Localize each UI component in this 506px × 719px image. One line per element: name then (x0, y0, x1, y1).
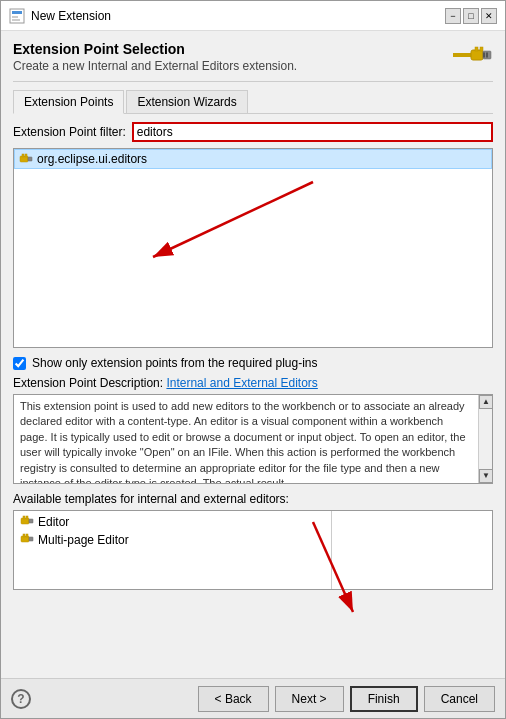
svg-rect-17 (26, 516, 28, 519)
window-content: Extension Point Selection Create a new I… (1, 31, 505, 678)
tab-extension-points[interactable]: Extension Points (13, 90, 124, 114)
tab-container: Extension Points Extension Wizards (13, 90, 493, 114)
checkbox-label: Show only extension points from the requ… (32, 356, 318, 370)
svg-rect-12 (22, 154, 24, 157)
svg-rect-13 (25, 154, 27, 157)
templates-list[interactable]: Editor Multi-page Editor (14, 511, 332, 589)
extension-point-icon (19, 152, 33, 166)
svg-rect-21 (26, 534, 28, 537)
header-divider (13, 81, 493, 82)
titlebar-controls: − □ ✕ (445, 8, 497, 24)
maximize-button[interactable]: □ (463, 8, 479, 24)
svg-rect-3 (12, 19, 20, 21)
svg-rect-2 (12, 16, 18, 18)
description-link[interactable]: Internal and External Editors (166, 376, 317, 390)
next-button[interactable]: Next > (275, 686, 344, 712)
plugin-icon-area (445, 41, 493, 69)
section-title: Extension Point Selection (13, 41, 297, 57)
filter-row: Extension Point filter: (13, 122, 493, 142)
templates-box: Editor Multi-page Editor (13, 510, 493, 590)
templates-label: Available templates for internal and ext… (13, 492, 493, 506)
checkbox-row: Show only extension points from the requ… (13, 356, 493, 370)
extension-points-list[interactable]: org.eclipse.ui.editors (13, 148, 493, 348)
template-item-multipage[interactable]: Multi-page Editor (16, 531, 329, 549)
svg-rect-6 (475, 47, 478, 51)
template-multipage-label: Multi-page Editor (38, 533, 129, 547)
section-subtitle: Create a new Internal and External Edito… (13, 59, 297, 73)
cancel-button[interactable]: Cancel (424, 686, 495, 712)
svg-rect-20 (23, 534, 25, 537)
description-label: Extension Point Description: Internal an… (13, 376, 493, 390)
svg-rect-7 (480, 47, 483, 51)
titlebar: New Extension − □ ✕ (1, 1, 505, 31)
description-scrollbar: ▲ ▼ (478, 395, 492, 483)
scroll-down-button[interactable]: ▼ (479, 469, 493, 483)
bottom-right: < Back Next > Finish Cancel (198, 686, 495, 712)
template-editor-label: Editor (38, 515, 69, 529)
svg-rect-14 (28, 157, 32, 161)
filter-label: Extension Point filter: (13, 125, 126, 139)
bottom-left: ? (11, 689, 31, 709)
header-text: Extension Point Selection Create a new I… (13, 41, 297, 73)
titlebar-left: New Extension (9, 8, 111, 24)
minimize-button[interactable]: − (445, 8, 461, 24)
close-button[interactable]: ✕ (481, 8, 497, 24)
window-title: New Extension (31, 9, 111, 23)
svg-rect-10 (486, 53, 488, 58)
plug-icon (451, 44, 493, 66)
bottom-bar: ? < Back Next > Finish Cancel (1, 678, 505, 718)
main-window: New Extension − □ ✕ Extension Point Sele… (0, 0, 506, 719)
description-box: This extension point is used to add new … (13, 394, 493, 484)
templates-description (332, 511, 492, 589)
svg-rect-1 (12, 11, 22, 14)
filter-input[interactable] (132, 122, 493, 142)
show-required-checkbox[interactable] (13, 357, 26, 370)
finish-button[interactable]: Finish (350, 686, 418, 712)
svg-rect-9 (483, 53, 485, 58)
svg-rect-22 (29, 537, 33, 541)
main-area: Extension Point filter: org.e (13, 122, 493, 668)
list-item-label: org.eclipse.ui.editors (37, 152, 147, 166)
description-text: This extension point is used to add new … (20, 399, 486, 484)
back-button[interactable]: < Back (198, 686, 269, 712)
help-button[interactable]: ? (11, 689, 31, 709)
template-multipage-icon (20, 533, 34, 547)
template-editor-icon (20, 515, 34, 529)
svg-rect-16 (23, 516, 25, 519)
svg-rect-18 (29, 519, 33, 523)
window-icon (9, 8, 25, 24)
scroll-up-button[interactable]: ▲ (479, 395, 493, 409)
tab-extension-wizards[interactable]: Extension Wizards (126, 90, 247, 114)
list-item[interactable]: org.eclipse.ui.editors (14, 149, 492, 169)
section-header: Extension Point Selection Create a new I… (13, 41, 493, 73)
svg-rect-5 (471, 50, 483, 60)
template-item-editor[interactable]: Editor (16, 513, 329, 531)
